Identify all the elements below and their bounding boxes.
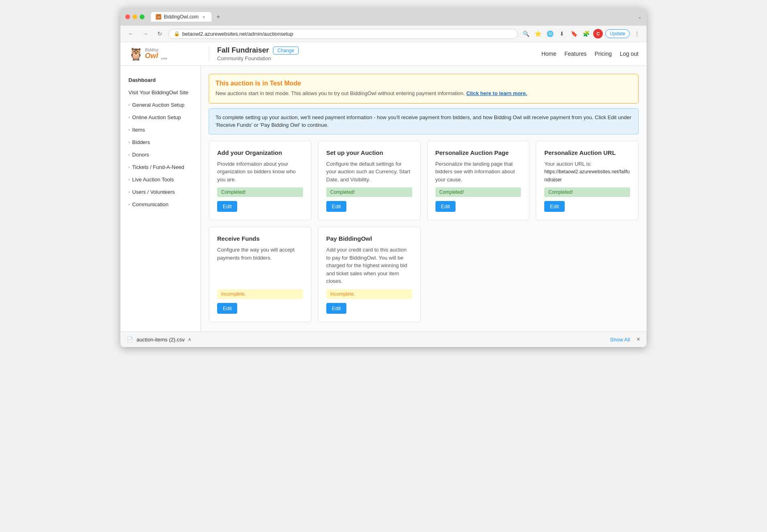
- card-url-status: Completed!: [544, 187, 630, 197]
- card-org-edit-button[interactable]: Edit: [217, 201, 237, 212]
- new-tab-button[interactable]: +: [214, 12, 223, 21]
- secure-icon: 🔒: [174, 31, 180, 37]
- menu-icon[interactable]: ⋮: [632, 29, 642, 39]
- toolbar-icons: 🔍 ⭐ 🌐 ⬇ 🔖 🧩 C Update ⋮: [521, 29, 642, 39]
- test-mode-title: This auction is in Test Mode: [216, 80, 632, 87]
- card-page-title: Personalize Auction Page: [435, 149, 521, 156]
- card-funds-desc: Configure the way you will accept paymen…: [217, 246, 303, 285]
- close-window-dot[interactable]: [125, 14, 130, 19]
- content-area: This auction is in Test Mode New auction…: [201, 66, 647, 331]
- back-button[interactable]: ←: [125, 28, 136, 39]
- nav-pricing[interactable]: Pricing: [594, 51, 612, 57]
- profile-avatar[interactable]: C: [593, 29, 603, 39]
- download-expand-icon[interactable]: ∧: [188, 337, 191, 342]
- address-text: betaowl2.azurewebsites.net/admin/auction…: [182, 31, 293, 37]
- auction-title: Fall Fundraiser: [217, 46, 269, 55]
- sidebar-item-general-setup[interactable]: › General Auction Setup: [120, 99, 200, 111]
- card-auction-setup: Set up your Auction Configure the defaul…: [318, 141, 421, 221]
- card-org-desc: Provide information about your organizat…: [217, 160, 303, 184]
- card-funds-status: Incomplete.: [217, 289, 303, 299]
- sidebar-item-bidders[interactable]: › Bidders: [120, 136, 200, 148]
- show-all-downloads-button[interactable]: Show All: [610, 337, 630, 343]
- sidebar-item-dashboard[interactable]: Dashboard: [120, 74, 200, 86]
- auction-name-row: Fall Fundraiser Change: [217, 46, 541, 55]
- sidebar-label-users: Users / Volunteers: [132, 189, 175, 195]
- header-nav: Home Features Pricing Log out: [541, 51, 639, 57]
- card-personalize-url: Personalize Auction URL Your auction URL…: [536, 141, 639, 221]
- close-downloads-bar-button[interactable]: ×: [637, 336, 640, 343]
- card-url-edit-button[interactable]: Edit: [544, 201, 564, 212]
- sidebar-label-tickets: Tickets / Fund-A-Need: [132, 164, 184, 170]
- test-mode-body: New auctions start in test mode. This al…: [216, 89, 632, 97]
- sidebar-label-dashboard: Dashboard: [128, 77, 156, 83]
- logo-tld: .com: [160, 57, 167, 60]
- sidebar-label-live-tools: Live Auction Tools: [132, 177, 174, 183]
- logo-area: 🦉 Bidding Owl .com: [128, 47, 209, 61]
- auction-info: Fall Fundraiser Change Community Foundat…: [209, 46, 541, 61]
- maximize-window-dot[interactable]: [140, 14, 144, 19]
- download-item: 📄 auction-items (2).csv ∧: [127, 337, 191, 343]
- sidebar: Dashboard Visit Your BiddingOwl Site › G…: [120, 66, 201, 331]
- card-url-value: https://betaowl2.azurewebsites.net/fallf…: [544, 169, 630, 183]
- card-funds-edit-button[interactable]: Edit: [217, 303, 237, 314]
- tab-label: BiddingOwl.com: [164, 14, 199, 20]
- browser-titlebar: 🦉 BiddingOwl.com × + ⌄: [120, 8, 647, 26]
- card-funds-title: Receive Funds: [217, 235, 303, 242]
- sidebar-label-donors: Donors: [132, 152, 149, 158]
- chevron-icon: ›: [128, 128, 130, 132]
- sidebar-item-online-setup[interactable]: › Online Auction Setup: [120, 111, 200, 124]
- sidebar-item-items[interactable]: › Items: [120, 124, 200, 136]
- bookmark-icon[interactable]: ⭐: [533, 29, 543, 39]
- chevron-icon: ›: [128, 190, 130, 194]
- sidebar-label-bidders: Bidders: [132, 139, 150, 145]
- sidebar-item-visit-site[interactable]: Visit Your BiddingOwl Site: [120, 86, 200, 99]
- chevron-icon: ›: [128, 152, 130, 157]
- nav-features[interactable]: Features: [564, 51, 586, 57]
- card-auction-status: Completed!: [326, 187, 412, 197]
- minimize-window-dot[interactable]: [132, 14, 137, 19]
- card-auction-title: Set up your Auction: [326, 149, 412, 156]
- logo: 🦉 Bidding Owl .com: [128, 47, 167, 61]
- sidebar-item-users[interactable]: › Users / Volunteers: [120, 186, 200, 198]
- active-tab[interactable]: 🦉 BiddingOwl.com ×: [151, 12, 212, 22]
- change-button[interactable]: Change: [273, 47, 299, 55]
- nav-logout[interactable]: Log out: [620, 51, 639, 57]
- card-pay-biddingowl: Pay BiddingOwl Add your credit card to t…: [318, 227, 421, 322]
- sidebar-label-online-setup: Online Auction Setup: [132, 114, 181, 120]
- nav-home[interactable]: Home: [541, 51, 556, 57]
- extension-icon-1[interactable]: 🌐: [545, 29, 555, 39]
- auction-org: Community Foundation: [217, 55, 541, 61]
- search-icon[interactable]: 🔍: [521, 29, 531, 39]
- cards-row-1: Add your Organization Provide informatio…: [209, 141, 639, 221]
- chevron-icon: ›: [128, 165, 130, 169]
- tab-close-button[interactable]: ×: [201, 14, 207, 20]
- sidebar-label-general-setup: General Auction Setup: [132, 102, 184, 108]
- chevron-icon: ›: [128, 115, 130, 120]
- window-resize-icon: ⌄: [634, 14, 642, 20]
- payment-alert-body: To complete setting up your auction, we'…: [216, 114, 632, 129]
- tab-favicon: 🦉: [156, 14, 161, 20]
- refresh-button[interactable]: ↻: [154, 28, 165, 39]
- sidebar-item-communication[interactable]: › Communication: [120, 198, 200, 211]
- cards-row-2: Receive Funds Configure the way you will…: [209, 227, 639, 322]
- update-button[interactable]: Update: [605, 29, 630, 38]
- card-pay-edit-button[interactable]: Edit: [326, 303, 346, 314]
- card-page-edit-button[interactable]: Edit: [435, 201, 456, 212]
- downloads-actions: Show All ×: [610, 336, 640, 343]
- chevron-icon: ›: [128, 177, 130, 182]
- forward-button[interactable]: →: [140, 28, 151, 39]
- sidebar-item-donors[interactable]: › Donors: [120, 148, 200, 161]
- card-pay-title: Pay BiddingOwl: [326, 235, 412, 242]
- sidebar-item-live-tools[interactable]: › Live Auction Tools: [120, 173, 200, 186]
- extension-icon-3[interactable]: 🔖: [569, 29, 579, 39]
- extension-icon-4[interactable]: 🧩: [581, 29, 591, 39]
- sidebar-item-tickets[interactable]: › Tickets / Fund-A-Need: [120, 161, 200, 173]
- card-auction-edit-button[interactable]: Edit: [326, 201, 346, 212]
- card-pay-desc: Add your credit card to this auction to …: [326, 246, 412, 285]
- address-bar[interactable]: 🔒 betaowl2.azurewebsites.net/admin/aucti…: [169, 29, 518, 39]
- card-page-desc: Personalize the landing page that bidder…: [435, 160, 521, 184]
- tab-bar: 🦉 BiddingOwl.com × +: [151, 12, 631, 22]
- extension-icon-2[interactable]: ⬇: [557, 29, 567, 39]
- logo-text: Owl: [145, 52, 158, 59]
- learn-more-link[interactable]: Click here to learn more.: [466, 90, 527, 96]
